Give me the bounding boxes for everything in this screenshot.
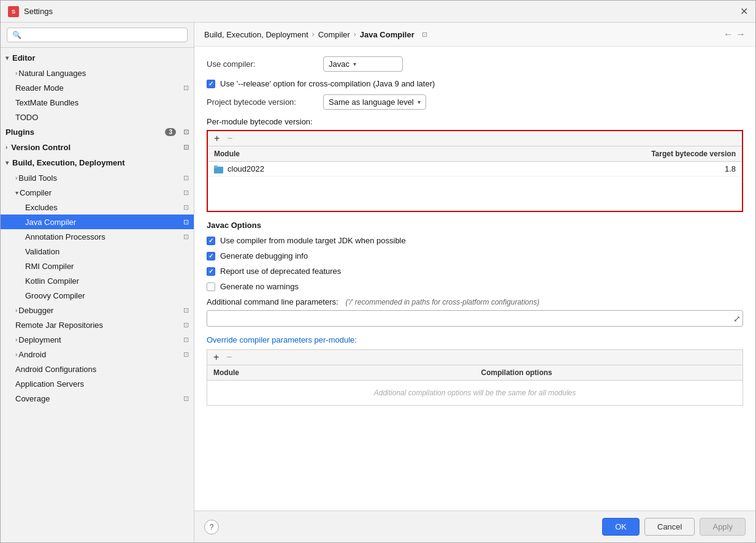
settings-icon-vc: ⊡ bbox=[183, 143, 189, 151]
bytecode-dropdown[interactable]: Same as language level ▾ bbox=[323, 94, 426, 110]
help-button[interactable]: ? bbox=[204, 520, 219, 534]
per-module-remove-btn[interactable]: − bbox=[224, 134, 235, 143]
nav-arrows: ← → bbox=[724, 29, 746, 40]
sidebar-item-todo[interactable]: TODO bbox=[1, 110, 194, 124]
sidebar-item-application-servers[interactable]: Application Servers bbox=[1, 376, 194, 391]
sidebar-item-build-tools[interactable]: › Build Tools ⊡ bbox=[1, 170, 194, 185]
sidebar-item-annotation-processors[interactable]: Annotation Processors ⊡ bbox=[1, 229, 194, 244]
checkbox-use-compiler-from-module-box[interactable]: ✓ bbox=[207, 237, 215, 245]
svg-rect-1 bbox=[214, 165, 218, 168]
per-module-table-body: cloud2022 1.8 bbox=[208, 162, 742, 211]
sidebar-item-groovy-compiler[interactable]: Groovy Compiler bbox=[1, 288, 194, 303]
override-table: + − Module Compilation options Additiona… bbox=[207, 349, 743, 406]
sidebar-item-java-compiler[interactable]: Java Compiler ⊡ bbox=[1, 215, 194, 229]
breadcrumb-sep-2: › bbox=[354, 30, 356, 39]
additional-cmd-input[interactable] bbox=[207, 310, 743, 327]
per-module-toolbar: + − bbox=[208, 131, 742, 146]
bytecode-dropdown-value: Same as language level bbox=[329, 97, 414, 107]
sidebar: ▾ Editor › Natural Languages Reader Mode… bbox=[1, 23, 194, 542]
table-cell-module: cloud2022 bbox=[214, 164, 613, 173]
search-bar bbox=[1, 23, 194, 48]
search-input[interactable] bbox=[7, 28, 188, 42]
sidebar-item-debugger[interactable]: › Debugger ⊡ bbox=[1, 303, 194, 317]
ok-button[interactable]: OK bbox=[602, 518, 640, 536]
checkbox-generate-no-warnings-box[interactable] bbox=[207, 283, 215, 291]
back-button[interactable]: ← bbox=[724, 29, 733, 40]
sidebar-item-android-configurations[interactable]: Android Configurations bbox=[1, 362, 194, 376]
sidebar-item-android[interactable]: › Android ⊡ bbox=[1, 347, 194, 362]
per-module-label-text: Per-module bytecode version: bbox=[207, 117, 313, 126]
checkbox-report-deprecated-box[interactable]: ✓ bbox=[207, 267, 215, 276]
override-table-header: Module Compilation options bbox=[207, 365, 743, 381]
sidebar-item-excludes[interactable]: Excludes ⊡ bbox=[1, 200, 194, 215]
per-module-col-module: Module bbox=[208, 146, 619, 161]
override-toolbar: + − bbox=[207, 350, 743, 365]
compiler-dropdown-value: Javac bbox=[329, 59, 349, 69]
sidebar-item-editor[interactable]: ▾ Editor bbox=[1, 50, 194, 66]
checkbox-use-compiler-from-module-label: Use compiler from module target JDK when… bbox=[220, 236, 406, 245]
chevron-deployment: › bbox=[15, 336, 17, 343]
override-remove-btn[interactable]: − bbox=[224, 352, 234, 362]
settings-icon-coverage: ⊡ bbox=[183, 395, 189, 403]
sidebar-item-natural-languages[interactable]: › Natural Languages bbox=[1, 66, 194, 80]
settings-icon-deployment: ⊡ bbox=[183, 336, 189, 344]
sidebar-item-deployment[interactable]: › Deployment ⊡ bbox=[1, 332, 194, 347]
sidebar-item-plugins[interactable]: Plugins 3 ⊡ bbox=[1, 124, 194, 140]
title-bar-left: S Settings bbox=[8, 6, 53, 17]
settings-panel: Use compiler: Javac ▾ ✓ Use '--release' … bbox=[194, 47, 755, 511]
additional-cmd-label: Additional command line parameters: bbox=[207, 297, 338, 306]
release-option-label: Use '--release' option for cross-compila… bbox=[220, 79, 435, 88]
nav-tree: ▾ Editor › Natural Languages Reader Mode… bbox=[1, 48, 194, 542]
checkmark: ✓ bbox=[208, 237, 213, 244]
compiler-dropdown[interactable]: Javac ▾ bbox=[323, 56, 403, 72]
sidebar-item-remote-jar[interactable]: Remote Jar Repositories ⊡ bbox=[1, 317, 194, 332]
per-module-table: + − Module Target bytecode version bbox=[207, 130, 743, 212]
sidebar-item-label: Editor bbox=[12, 53, 189, 63]
expand-button[interactable]: ⤢ bbox=[733, 314, 741, 324]
plugins-badge: 3 bbox=[165, 128, 176, 136]
settings-window: S Settings ✕ ▾ Editor › Natural Language… bbox=[0, 0, 756, 543]
chevron-android: › bbox=[15, 351, 17, 358]
checkbox-generate-debugging-box[interactable]: ✓ bbox=[207, 252, 215, 260]
module-name: cloud2022 bbox=[227, 164, 264, 173]
sidebar-item-compiler[interactable]: ▾ Compiler ⊡ bbox=[1, 185, 194, 200]
table-cell-target: 1.8 bbox=[613, 164, 736, 173]
javac-options-title: Javac Options bbox=[207, 221, 743, 230]
close-button[interactable]: ✕ bbox=[740, 6, 748, 17]
sidebar-item-validation[interactable]: Validation bbox=[1, 244, 194, 259]
forward-button[interactable]: → bbox=[736, 29, 746, 40]
table-row[interactable]: cloud2022 1.8 bbox=[208, 162, 742, 177]
sidebar-item-reader-mode[interactable]: Reader Mode ⊡ bbox=[1, 80, 194, 95]
breadcrumb: Build, Execution, Deployment › Compiler … bbox=[204, 30, 427, 39]
sidebar-item-build-execution-deployment[interactable]: ▾ Build, Execution, Deployment bbox=[1, 155, 194, 170]
sidebar-item-version-control[interactable]: › Version Control ⊡ bbox=[1, 140, 194, 155]
per-module-add-btn[interactable]: + bbox=[212, 134, 222, 143]
bytecode-dropdown-arrow: ▾ bbox=[418, 99, 421, 105]
sidebar-item-textmate-bundles[interactable]: TextMate Bundles bbox=[1, 95, 194, 110]
cancel-button[interactable]: Cancel bbox=[644, 518, 695, 536]
window-title: Settings bbox=[24, 7, 53, 16]
override-add-btn[interactable]: + bbox=[211, 352, 221, 362]
chevron-vc: › bbox=[6, 144, 7, 151]
settings-icon-java-compiler: ⊡ bbox=[183, 218, 189, 226]
breadcrumb-item-current: Java Compiler bbox=[360, 30, 414, 39]
sidebar-item-coverage[interactable]: Coverage ⊡ bbox=[1, 391, 194, 406]
checkbox-generate-debugging: ✓ Generate debugging info bbox=[207, 251, 743, 260]
release-option-checkbox[interactable]: ✓ bbox=[207, 80, 215, 88]
sidebar-item-rmi-compiler[interactable]: RMI Compiler bbox=[1, 259, 194, 273]
settings-icon-bt: ⊡ bbox=[183, 174, 189, 182]
checkmark: ✓ bbox=[208, 268, 213, 275]
sidebar-item-kotlin-compiler[interactable]: Kotlin Compiler bbox=[1, 273, 194, 288]
app-icon: S bbox=[8, 6, 19, 17]
bottom-bar: ? OK Cancel Apply bbox=[194, 511, 755, 542]
additional-cmd-input-row: ⤢ bbox=[207, 310, 743, 327]
settings-icon-compiler: ⊡ bbox=[183, 189, 189, 197]
settings-icon-remote-jar: ⊡ bbox=[183, 321, 189, 329]
per-module-section: Per-module bytecode version: + − Module … bbox=[207, 117, 743, 212]
chevron-bed: ▾ bbox=[6, 159, 9, 166]
per-module-table-header: Module Target bytecode version bbox=[208, 146, 742, 162]
apply-button[interactable]: Apply bbox=[700, 518, 746, 536]
settings-icon-debugger: ⊡ bbox=[183, 306, 189, 314]
settings-icon-reader-mode: ⊡ bbox=[183, 84, 189, 92]
pin-icon[interactable]: ⊡ bbox=[422, 31, 427, 39]
